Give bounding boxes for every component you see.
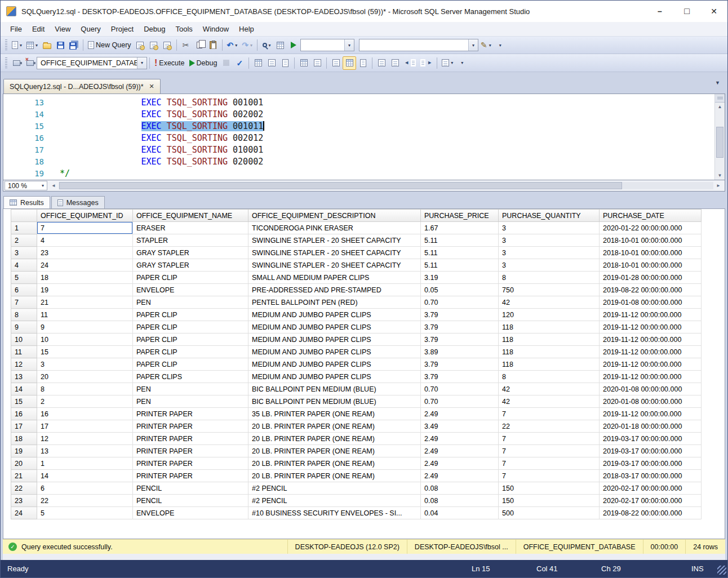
change-connection-button[interactable] <box>23 56 37 70</box>
tab-results[interactable]: Results <box>3 196 50 208</box>
grid-cell[interactable]: 17 <box>37 420 133 433</box>
available-databases-combo[interactable]: OFFICE_EQUIPMENT_DATAE <box>37 57 147 69</box>
scroll-right-arrow[interactable] <box>714 183 723 188</box>
grid-cell[interactable]: PRE-ADDRESSED AND PRE-STAMPED <box>248 284 421 296</box>
code-line[interactable]: 16 EXEC TSQL_SORTING 002012 <box>3 132 714 144</box>
undo-button[interactable] <box>225 38 240 52</box>
grid-cell[interactable]: MEDIUM AND JUMBO PAPER CLIPS <box>248 334 421 346</box>
grid-cell[interactable]: 2019-08-22 00:00:00.000 <box>600 284 702 296</box>
grid-cell[interactable]: 2020-01-18 00:00:00.000 <box>600 420 702 433</box>
pane-splitter[interactable] <box>3 192 725 196</box>
menu-window[interactable]: Window <box>198 23 234 35</box>
grid-cell[interactable]: STAPLER <box>133 234 248 247</box>
menu-file[interactable]: File <box>5 23 27 35</box>
menu-edit[interactable]: Edit <box>27 23 50 35</box>
menu-help[interactable]: Help <box>234 23 259 35</box>
display-estimated-plan-button[interactable] <box>251 56 265 70</box>
grid-cell[interactable]: MEDIUM AND JUMBO PAPER CLIPS <box>248 321 421 334</box>
grid-cell[interactable]: 2.49 <box>421 470 499 482</box>
run-button[interactable] <box>287 38 300 52</box>
toolbar-drag-handle[interactable] <box>5 57 7 69</box>
scrollbar-track[interactable] <box>59 182 713 189</box>
grid-cell[interactable]: MEDIUM AND JUMBO PAPER CLIPS <box>248 358 421 371</box>
grid-cell[interactable]: 2019-11-12 00:00:00.000 <box>600 358 702 371</box>
grid-cell[interactable]: 18 <box>37 272 133 284</box>
query-options-button[interactable] <box>265 56 278 70</box>
menu-view[interactable]: View <box>50 23 76 35</box>
grid-cell[interactable]: 2018-03-17 00:00:00.000 <box>600 470 702 482</box>
row-header[interactable]: 19 <box>11 445 37 457</box>
grid-cell[interactable]: 2019-11-12 00:00:00.000 <box>600 309 702 321</box>
grid-cell[interactable]: 2.49 <box>421 457 499 470</box>
grid-cell[interactable]: 1.67 <box>421 222 499 234</box>
row-header[interactable]: 24 <box>11 507 37 519</box>
grid-cell[interactable]: 7 <box>499 457 600 470</box>
grid-cell[interactable]: 3.89 <box>421 346 499 358</box>
grid-cell[interactable]: 3 <box>499 259 600 272</box>
grid-cell[interactable]: 8 <box>37 383 133 395</box>
grid-cell[interactable]: 3 <box>37 358 133 371</box>
grid-cell[interactable]: 10 <box>37 334 133 346</box>
grid-cell[interactable]: 2.49 <box>421 408 499 420</box>
grid-cell[interactable]: PRINTER PAPER <box>133 445 248 457</box>
grid-cell[interactable]: 3.79 <box>421 371 499 383</box>
grid-cell[interactable]: PRINTER PAPER <box>133 433 248 445</box>
grid-cell[interactable]: 20 LB. PRINTER PAPER (ONE REAM) <box>248 445 421 457</box>
scroll-left-arrow[interactable] <box>49 183 58 188</box>
active-files-dropdown-icon[interactable] <box>715 80 725 86</box>
intellisense-enabled-button[interactable] <box>278 56 292 70</box>
grid-cell[interactable]: 7 <box>499 445 600 457</box>
row-header[interactable]: 17 <box>11 420 37 433</box>
grid-cell[interactable]: 22 <box>37 495 133 507</box>
add-item-button[interactable] <box>24 38 40 52</box>
menu-debug[interactable]: Debug <box>139 23 170 35</box>
grid-cell[interactable]: 2020-01-08 00:00:00.000 <box>600 395 702 408</box>
editor-vertical-scrollbar[interactable] <box>714 94 725 180</box>
grid-cell[interactable]: PEN <box>133 395 248 408</box>
grid-cell[interactable]: 42 <box>499 296 600 309</box>
grid-cell[interactable]: 7 <box>499 433 600 445</box>
row-header[interactable]: 22 <box>11 482 37 495</box>
annotate-button[interactable] <box>478 38 494 52</box>
grid-cell[interactable]: PAPER CLIP <box>133 321 248 334</box>
code-editor[interactable]: 13 EXEC TSQL_SORTING 00100114 EXEC TSQL_… <box>3 94 725 180</box>
grid-cell[interactable]: ERASER <box>133 222 248 234</box>
grid-cell[interactable]: 3.79 <box>421 358 499 371</box>
tab-messages[interactable]: Messages <box>51 196 105 208</box>
grid-cell[interactable]: PAPER CLIPS <box>133 371 248 383</box>
code-line[interactable]: 17 EXEC TSQL_SORTING 010001 <box>3 144 714 156</box>
grid-cell[interactable]: 7 <box>37 222 133 234</box>
grid-cell[interactable]: 3.19 <box>421 272 499 284</box>
grid-cell[interactable]: 2 <box>37 395 133 408</box>
grid-cell[interactable]: SWINGLINE STAPLER - 20 SHEET CAPACITY <box>248 234 421 247</box>
scrollbar-thumb[interactable] <box>716 127 723 158</box>
connect-button[interactable] <box>10 56 23 70</box>
grid-cell[interactable]: 21 <box>37 296 133 309</box>
find-button[interactable] <box>260 38 273 52</box>
grid-cell[interactable]: 14 <box>37 470 133 482</box>
grid-cell[interactable]: 2.49 <box>421 433 499 445</box>
scroll-down-arrow[interactable] <box>715 171 725 180</box>
debug-button[interactable]: Debug <box>187 56 220 70</box>
toolbar-combobox-1[interactable] <box>300 39 354 51</box>
decrease-indent-button[interactable] <box>402 56 418 70</box>
row-header[interactable]: 7 <box>11 296 37 309</box>
grid-cell[interactable]: 0.08 <box>421 495 499 507</box>
grid-cell[interactable]: 20 <box>37 371 133 383</box>
grid-cell[interactable]: 750 <box>499 284 600 296</box>
redo-button[interactable] <box>239 38 255 52</box>
grid-cell[interactable]: PAPER CLIP <box>133 309 248 321</box>
grid-cell[interactable]: 20 LB. PRINTER PAPER (ONE REAM) <box>248 433 421 445</box>
grid-cell[interactable]: PAPER CLIP <box>133 358 248 371</box>
grid-cell[interactable]: 8 <box>499 371 600 383</box>
sort-button[interactable] <box>440 56 455 70</box>
grid-cell[interactable]: TICONDEROGA PINK ERASER <box>248 222 421 234</box>
grid-cell[interactable]: 2020-02-17 00:00:00.000 <box>600 495 702 507</box>
save-button[interactable] <box>54 38 67 52</box>
grid-cell[interactable]: 3.79 <box>421 309 499 321</box>
grid-cell[interactable]: PENTEL BALLPOINT PEN (RED) <box>248 296 421 309</box>
grid-cell[interactable]: 2.49 <box>421 445 499 457</box>
grid-cell[interactable]: 0.08 <box>421 482 499 495</box>
comment-button[interactable] <box>375 56 388 70</box>
uncomment-button[interactable] <box>388 56 402 70</box>
